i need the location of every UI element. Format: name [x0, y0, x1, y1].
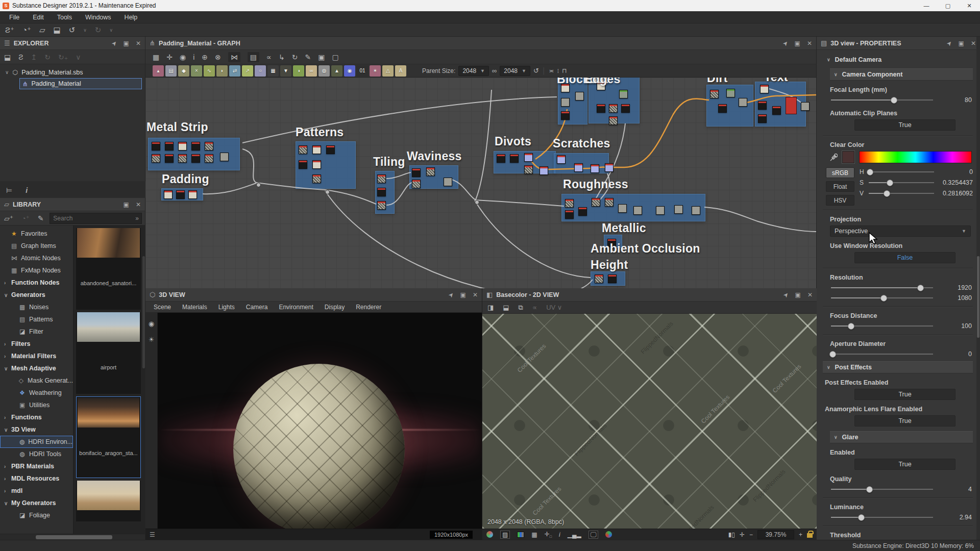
luminance-slider[interactable]: 2.94 [831, 513, 972, 521]
pin-icon[interactable]: ➤ [781, 39, 790, 47]
hue-value[interactable]: 0 [937, 168, 973, 176]
float-icon[interactable]: ▣ [795, 291, 801, 298]
library-item-favorites[interactable]: ★Favorites [0, 228, 73, 240]
2d-texture-canvas[interactable]: 2048 x 2048 (RGBA, 8bpc) Cool TexturesFl… [482, 314, 817, 529]
graph-node[interactable] [178, 142, 187, 151]
filmstrip-icon[interactable]: ▮▯ [728, 531, 735, 538]
lock-zoom-icon[interactable] [807, 533, 813, 538]
focal-length-slider[interactable]: 80 [831, 96, 972, 104]
graph-node[interactable] [739, 98, 747, 107]
resolution-height-value[interactable]: 1080 [938, 294, 972, 302]
close-icon[interactable]: ✕ [136, 201, 141, 208]
node-button-3[interactable]: × [191, 65, 202, 77]
section-camera-component[interactable]: ∨Camera Component [830, 68, 973, 81]
resolution-width-value[interactable]: 1920 [938, 284, 972, 291]
graph-node[interactable] [412, 168, 421, 177]
graph-node[interactable] [597, 104, 605, 113]
elbow-link-icon[interactable]: ↳ [279, 53, 285, 61]
graph-node[interactable] [205, 154, 213, 163]
graph-node[interactable] [595, 274, 603, 283]
uv-mode-select[interactable]: UV ∨ [546, 304, 562, 311]
redo-icon[interactable]: ↻ [95, 26, 102, 35]
3d-menu-camera[interactable]: Camera [241, 303, 273, 312]
3d-menu-scene[interactable]: Scene [149, 303, 176, 312]
graph-node[interactable] [524, 165, 533, 174]
focus-distance-value[interactable]: 100 [938, 322, 972, 330]
expand-icon[interactable]: › [4, 415, 11, 420]
close-icon[interactable]: ✕ [971, 40, 976, 47]
3d-viewport[interactable] [158, 313, 482, 529]
graph-node[interactable] [565, 199, 574, 208]
graph-node[interactable] [710, 90, 719, 98]
value-value[interactable]: 0.2816092 [937, 190, 973, 197]
pin-icon[interactable]: ➤ [781, 290, 790, 299]
graph-node[interactable] [801, 102, 810, 111]
float-icon[interactable]: ▣ [124, 201, 129, 208]
link-icon[interactable]: ∞ [492, 67, 497, 74]
library-item-mask-generat-[interactable]: ◇Mask Generat... [0, 374, 73, 387]
pin-icon[interactable]: ➤ [110, 39, 118, 47]
node-button-6[interactable]: ⇄ [229, 65, 240, 77]
luminance-value[interactable]: 2.94 [938, 514, 972, 521]
post-effects-enabled-toggle[interactable]: True [854, 389, 955, 400]
graph-node[interactable] [578, 207, 587, 216]
close-icon[interactable]: ✕ [807, 291, 813, 298]
graph-node[interactable] [557, 155, 566, 164]
graph-node[interactable] [191, 142, 200, 151]
graph-node[interactable] [312, 174, 321, 183]
wire-joint[interactable] [325, 190, 330, 194]
library-item-mesh-adaptive[interactable]: ∨Mesh Adaptive [0, 362, 73, 374]
graph-node[interactable] [609, 116, 618, 125]
library-item-hdri-tools[interactable]: ◍HDRI Tools [0, 448, 73, 460]
node-icon[interactable]: ⋈ [228, 52, 240, 62]
close-icon[interactable]: ✕ [136, 40, 141, 47]
library-item-material-filters[interactable]: ›Material Filters [0, 350, 73, 362]
minimize-button[interactable]: — [916, 0, 937, 11]
graph-node[interactable] [497, 154, 505, 163]
graph-node[interactable] [718, 104, 727, 113]
display-profile-icon[interactable]: 🖵 [589, 531, 599, 539]
quality-slider[interactable]: 4 [831, 485, 972, 493]
export-icon[interactable]: ↥ [31, 53, 37, 61]
node-button-18[interactable]: △ [382, 65, 394, 77]
layers-icon[interactable] [486, 531, 493, 538]
library-item-functions[interactable]: ›Functions [0, 411, 73, 423]
graph-node[interactable] [565, 210, 574, 219]
colorspace-icon[interactable] [605, 531, 612, 538]
zoom-icon[interactable]: ⊕ [202, 53, 208, 61]
graph-node[interactable] [152, 154, 160, 163]
anamorphic-toggle[interactable]: True [854, 415, 955, 427]
screenshot-icon[interactable]: ◉ [180, 53, 186, 61]
node-button-17[interactable]: ✶ [370, 65, 381, 77]
library-hscrollbar[interactable] [0, 534, 145, 540]
new-package-icon[interactable]: ◔⁺ [22, 26, 31, 35]
expand-icon[interactable]: › [4, 464, 11, 469]
graph-node[interactable] [726, 89, 735, 97]
pin-icon[interactable]: ➤ [945, 39, 953, 47]
undo-dropdown-icon[interactable]: ∨ [83, 28, 87, 33]
resolution-height-slider[interactable]: 1080 [831, 294, 972, 302]
graph-node[interactable] [618, 204, 627, 213]
graph-node[interactable] [561, 98, 570, 107]
node-button-8[interactable]: ○ [255, 65, 266, 77]
graph-node[interactable] [377, 201, 386, 210]
channels-icon[interactable] [517, 532, 524, 538]
clear-color-swatch[interactable] [842, 151, 854, 163]
float-icon[interactable]: ▣ [124, 40, 129, 47]
save-image-icon[interactable]: ⬓ [503, 304, 509, 311]
float-icon[interactable]: ▣ [959, 40, 964, 47]
graph-row-selected[interactable]: ⋔ Padding_Material [19, 78, 142, 89]
graph-canvas[interactable]: Metal StripPaddingPatternsTilingWaviness… [145, 78, 816, 288]
graph-node[interactable] [188, 190, 197, 199]
3d-menu-environment[interactable]: Environment [274, 303, 318, 312]
expand-icon[interactable]: › [4, 354, 11, 359]
node-button-1[interactable]: ▤ [165, 65, 177, 77]
light-icon[interactable]: ☀ [149, 336, 155, 343]
node-button-4[interactable]: ∿ [204, 65, 215, 77]
node-button-19[interactable]: A [395, 65, 406, 77]
zoom-out-icon[interactable]: − [749, 531, 753, 538]
graph-node[interactable] [510, 154, 519, 163]
graph-node[interactable] [760, 85, 769, 93]
library-item-3d-view[interactable]: ∨3D View [0, 423, 73, 436]
menu-windows[interactable]: Windows [79, 12, 117, 22]
